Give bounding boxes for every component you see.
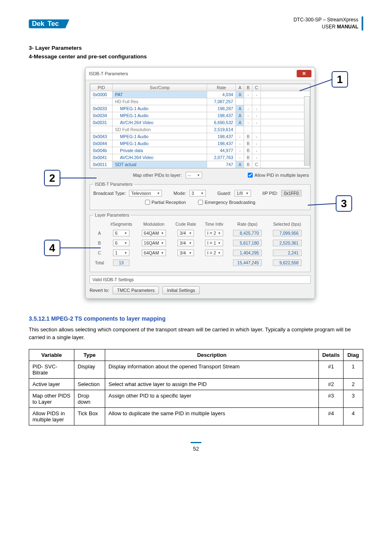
map-other-select[interactable]: --▼	[186, 172, 202, 178]
close-button[interactable]: ✕	[297, 70, 311, 77]
doc-header-text: DTC-300-SP – StreamXpress USER MANUAL	[293, 16, 363, 30]
seg-select[interactable]: 6▼	[113, 230, 129, 236]
isdbt-dialog: ISDB-T Parameters ✕ PID Svc/Comp Rate A …	[85, 67, 315, 299]
allow-multi-checkbox[interactable]: Allow PID in multiple layers	[248, 173, 309, 178]
table-row[interactable]: 0x0044MPEG-1 Audio198,437-B-	[90, 140, 310, 147]
seg-select[interactable]: 1▼	[113, 250, 129, 256]
chevron-down-icon: ▼	[157, 192, 160, 195]
dialog-title: ISDB-T Parameters	[89, 71, 128, 76]
broadcast-label: Broadcast Type:	[93, 191, 126, 196]
map-other-row: Map other PIDs to layer: --▼ Allow PID i…	[90, 169, 311, 179]
total-sel: 9,622,558	[273, 259, 302, 266]
svg-text:Tec: Tec	[48, 20, 59, 28]
svg-text:Dek: Dek	[32, 20, 45, 28]
col-pid[interactable]: PID	[90, 84, 113, 91]
layer-row: C1▼64QAM▼3/4▼I = 2▼1,404,2952,241	[93, 249, 307, 257]
mod-select[interactable]: 64QAM▼	[142, 250, 166, 256]
page-bar-icon	[191, 442, 201, 443]
callout-line-icon	[60, 174, 97, 186]
chevron-down-icon: ▼	[197, 173, 200, 177]
code-select[interactable]: 3/4▼	[178, 250, 194, 256]
code-select[interactable]: 3/4▼	[178, 240, 194, 246]
guard-select[interactable]: 1/8▼	[235, 190, 251, 197]
revert-row: Revert to: TMCC Parameters Initial Setti…	[90, 286, 311, 294]
pid-table: PID Svc/Comp Rate A B C 0x0000PAT4,034A-…	[90, 84, 310, 168]
dektec-logo-icon: Dek Tec	[29, 16, 86, 31]
doc-type: USER MANUAL	[293, 23, 358, 30]
callout-line-icon	[60, 244, 101, 256]
code-select[interactable]: 3/4▼	[178, 230, 194, 236]
layer-row: B6▼16QAM▼3/4▼I = 1▼5,617,1802,520,361	[93, 239, 307, 247]
layer-row: A6▼64QAM▼3/4▼I = 2▼8,425,7707,099,956	[93, 229, 307, 237]
table-row: PID- SVC- BitrateDisplayDisplay informat…	[29, 361, 363, 378]
table-row[interactable]: 0x0043MPEG-1 Audio198,437-B-	[90, 133, 310, 140]
guard-label: Guard:	[217, 191, 231, 196]
table-row: Active layerSelectionSelect what active …	[29, 378, 363, 390]
col-a[interactable]: A	[236, 84, 244, 91]
table-row: Allow PIDS in multiple layerTick BoxAllo…	[29, 407, 363, 425]
heading-message-center: 4-Message center and pre-set configurati…	[29, 53, 363, 60]
emergency-broadcasting-checkbox[interactable]: Emergency Broadcasting	[198, 200, 255, 205]
total-label: Total	[93, 259, 106, 267]
time-select[interactable]: I = 1▼	[205, 240, 223, 246]
callout-1: 1	[332, 71, 348, 88]
table-row[interactable]: 0x0011SDT actual747ABC	[90, 161, 310, 168]
callout-line-icon	[300, 79, 332, 95]
table-row[interactable]: 0x0041AVC/H.264 Video2,077,763-B-	[90, 154, 310, 161]
svg-line-3	[300, 79, 332, 91]
col-svc[interactable]: Svc/Comp	[113, 84, 207, 91]
broadcast-select[interactable]: Television▼	[129, 190, 162, 197]
callout-line-icon	[308, 201, 337, 213]
th-diag: Diag	[344, 349, 363, 361]
table-row[interactable]: 0x0034MPEG-1 Audio198,437A--	[90, 112, 310, 119]
time-select[interactable]: I = 2▼	[205, 250, 223, 256]
initial-settings-button[interactable]: Initial Settings	[162, 286, 199, 294]
seg-select[interactable]: 6▼	[113, 240, 129, 246]
table-row[interactable]: SD Full Resolution2,519,614	[90, 126, 310, 133]
section-paragraph: This section allows selecting which comp…	[29, 326, 363, 342]
iip-label: IIP PID:	[263, 191, 278, 196]
subsection-title: 3.5.12.1 MPEG-2 TS components to layer m…	[29, 315, 363, 322]
h-mod: Modulation	[137, 221, 171, 227]
table-row[interactable]: 0x0033MPEG-1 Audio198,287A--	[90, 105, 310, 112]
chevron-down-icon: ▼	[246, 192, 249, 195]
table-row[interactable]: 0x0000PAT4,034A--	[90, 91, 310, 98]
th-desc: Description	[105, 349, 319, 361]
page-number: 52	[29, 442, 363, 452]
layer-params-fieldset: Layer Parameters #Segments Modulation Co…	[90, 213, 311, 272]
description-table: Variable Type Description Details Diag P…	[29, 349, 363, 426]
dialog-screenshot: ISDB-T Parameters ✕ PID Svc/Comp Rate A …	[48, 67, 344, 299]
table-row[interactable]: HD Full Res7,087,257	[90, 98, 310, 105]
map-other-label: Map other PIDs to layer:	[133, 173, 182, 178]
total-seg: 13	[113, 259, 129, 266]
pid-table-wrap: PID Svc/Comp Rate A B C 0x0000PAT4,034A-…	[90, 83, 311, 169]
th-variable: Variable	[29, 349, 74, 361]
isdbt-legend: ISDB-T Parameters	[93, 182, 134, 187]
partial-reception-checkbox[interactable]: Partial Reception	[145, 200, 186, 205]
svg-line-5	[308, 204, 337, 205]
doc-code: DTC-300-SP – StreamXpress	[293, 16, 358, 23]
table-row[interactable]: 0x0031AVC/H.264 Video6,690,532A--	[90, 119, 310, 126]
col-b[interactable]: B	[244, 84, 252, 91]
table-row[interactable]: 0x004bPrivate data44,977-B-	[90, 147, 310, 154]
callout-3: 3	[336, 195, 352, 212]
th-details: Details	[319, 349, 344, 361]
time-select[interactable]: I = 2▼	[205, 230, 223, 236]
isdbt-params-fieldset: ISDB-T Parameters Broadcast Type: Televi…	[90, 182, 311, 210]
mode-select[interactable]: 3▼	[189, 190, 206, 197]
heading-layer-params: 3- Layer Parameters	[29, 45, 363, 51]
logo: Dek Tec	[29, 16, 86, 32]
layer-legend: Layer Parameters	[93, 213, 131, 217]
col-rate[interactable]: Rate	[207, 84, 236, 91]
scrollbar[interactable]	[304, 96, 310, 166]
dialog-titlebar: ISDB-T Parameters ✕	[85, 67, 315, 80]
mod-select[interactable]: 16QAM▼	[142, 240, 166, 246]
chevron-down-icon: ▼	[201, 192, 204, 195]
callout-2: 2	[44, 170, 60, 186]
tmcc-button[interactable]: TMCC Parameters	[113, 286, 159, 294]
mod-select[interactable]: 64QAM▼	[142, 230, 166, 236]
h-code: Code Rate	[171, 221, 201, 227]
table-row: Map other PIDS to LayerDrop downAssign o…	[29, 390, 363, 407]
col-c[interactable]: C	[252, 84, 261, 91]
h-seg: #Segments	[106, 221, 137, 227]
